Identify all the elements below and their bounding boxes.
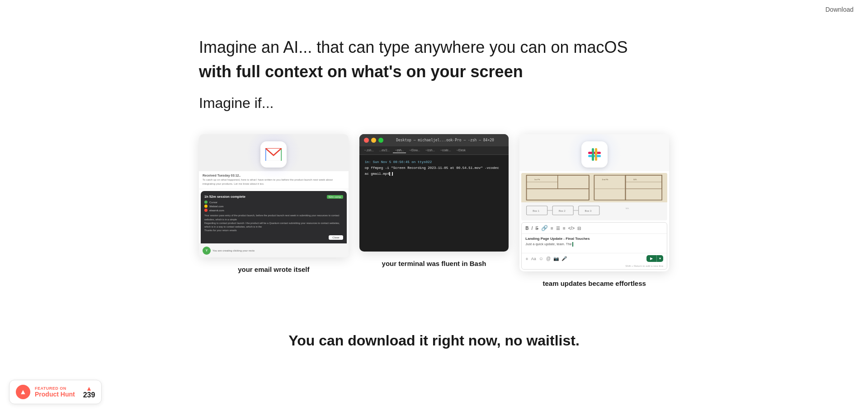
svg-rect-8	[588, 152, 593, 154]
cta-title: You can download it right now, no waitli…	[199, 332, 669, 349]
slack-subject: Landing Page Update - Final Touches	[525, 237, 663, 241]
slack-screenshot: 1st Flr 2nd Flr 325.	[519, 134, 669, 271]
email-card-label: your email wrote itself	[238, 266, 309, 273]
svg-text:1st Flr: 1st Flr	[534, 179, 540, 181]
terminal-line-2: op ffmpeg -i "Screen Recording 2023-11-0…	[365, 165, 504, 171]
headline-line1: Imagine an AI... that can type anywhere …	[199, 36, 669, 59]
svg-text:325.: 325.	[626, 208, 630, 210]
terminal-line-3: ac gmail.mp4█	[365, 171, 504, 177]
slack-card-label: team updates became effortless	[542, 280, 646, 287]
main-content: Imagine an AI... that can type anywhere …	[163, 0, 705, 349]
ph-number: 239	[83, 392, 95, 399]
headline-line2: with full context on what's on your scre…	[199, 62, 669, 81]
svg-rect-26	[521, 202, 667, 220]
svg-text:Box 3: Box 3	[585, 210, 592, 213]
terminal-line-1: 1n: Sun Nov 5 00:56:45 on ttys022	[365, 159, 504, 165]
ph-featured-label: FEATURED ON	[35, 386, 75, 391]
email-screenshot: Received Tuesday 03:12.. To catch up on …	[199, 134, 349, 257]
product-hunt-badge[interactable]: ▲ FEATURED ON Product Hunt ▲ 239	[9, 380, 102, 404]
terminal-screenshot: Desktop — michaeljel...ook-Pro — -zsh — …	[359, 134, 509, 252]
svg-text:325.: 325.	[633, 179, 637, 181]
svg-rect-11	[595, 148, 597, 153]
slack-body: Just a quick update, team. The	[525, 242, 663, 247]
cta-section: You can download it right now, no waitli…	[199, 314, 669, 349]
svg-rect-10	[592, 156, 594, 161]
download-link[interactable]: Download	[826, 6, 854, 13]
slack-hint: Shift + Return to add a new line	[522, 264, 667, 269]
card-email: Received Tuesday 03:12.. To catch up on …	[199, 134, 349, 273]
svg-text:Box 1: Box 1	[533, 210, 540, 213]
slack-send-btn[interactable]: ▶	[646, 255, 656, 262]
product-hunt-logo: ▲	[16, 385, 30, 399]
terminal-title: Desktop — michaeljel...ook-Pro — -zsh — …	[386, 138, 505, 142]
card-slack: 1st Flr 2nd Flr 325.	[519, 134, 669, 287]
imagine-if-heading: Imagine if...	[199, 95, 669, 112]
terminal-card-label: your terminal was fluent in Bash	[382, 260, 486, 267]
svg-text:Box 2: Box 2	[559, 210, 566, 213]
cards-row: Received Tuesday 03:12.. To catch up on …	[199, 134, 669, 287]
top-bar: Download	[811, 0, 868, 19]
ph-arrow-icon: ▲	[86, 385, 92, 392]
slack-send-dropdown[interactable]: ▾	[656, 255, 663, 262]
card-terminal: Desktop — michaeljel...ook-Pro — -zsh — …	[359, 134, 509, 267]
ph-count-area: ▲ 239	[83, 385, 95, 399]
svg-text:2nd Flr: 2nd Flr	[602, 179, 609, 181]
ph-name: Product Hunt	[35, 391, 75, 398]
product-hunt-text: FEATURED ON Product Hunt	[35, 386, 75, 398]
svg-rect-9	[596, 155, 601, 157]
